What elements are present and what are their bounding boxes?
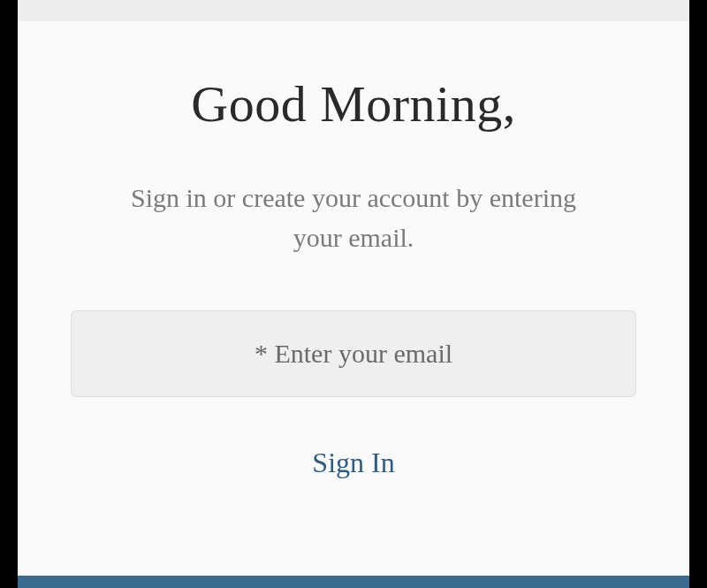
email-field[interactable] [71,310,636,397]
sign-in-button[interactable]: Sign In [298,439,408,486]
greeting-title: Good Morning, [191,74,515,134]
subtitle-text: Sign in or create your account by enteri… [106,178,601,257]
top-bar [18,0,689,21]
bottom-bar [18,576,689,588]
content-area: Good Morning, Sign in or create your acc… [18,21,689,576]
login-panel: Good Morning, Sign in or create your acc… [18,0,689,588]
